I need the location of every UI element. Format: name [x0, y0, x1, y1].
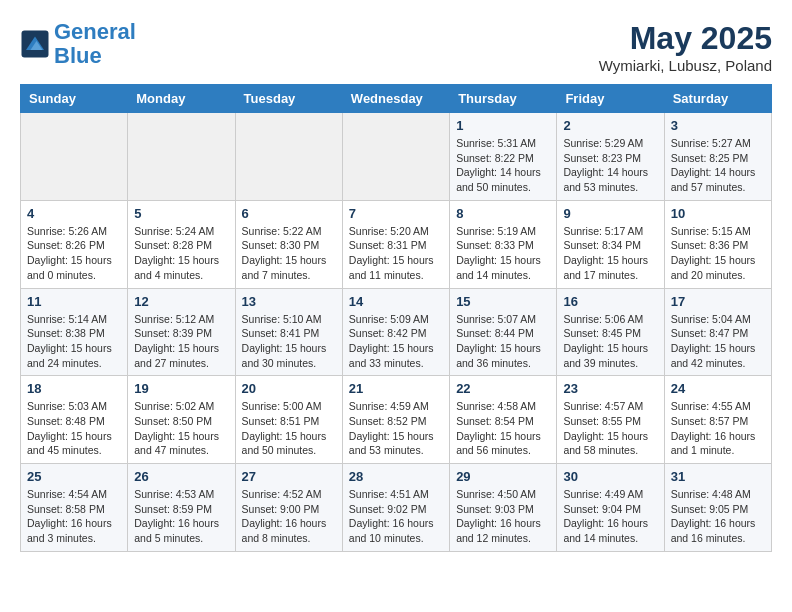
day-number: 9: [563, 206, 657, 221]
calendar-cell: 7Sunrise: 5:20 AM Sunset: 8:31 PM Daylig…: [342, 200, 449, 288]
calendar-cell: 4Sunrise: 5:26 AM Sunset: 8:26 PM Daylig…: [21, 200, 128, 288]
weekday-label: Monday: [128, 85, 235, 113]
day-number: 15: [456, 294, 550, 309]
calendar-cell: 21Sunrise: 4:59 AM Sunset: 8:52 PM Dayli…: [342, 376, 449, 464]
day-number: 29: [456, 469, 550, 484]
day-detail: Sunrise: 5:00 AM Sunset: 8:51 PM Dayligh…: [242, 399, 336, 458]
calendar-cell: 12Sunrise: 5:12 AM Sunset: 8:39 PM Dayli…: [128, 288, 235, 376]
day-detail: Sunrise: 5:26 AM Sunset: 8:26 PM Dayligh…: [27, 224, 121, 283]
day-number: 8: [456, 206, 550, 221]
logo-icon: [20, 29, 50, 59]
day-number: 14: [349, 294, 443, 309]
calendar-week-row: 25Sunrise: 4:54 AM Sunset: 8:58 PM Dayli…: [21, 464, 772, 552]
day-number: 19: [134, 381, 228, 396]
day-detail: Sunrise: 5:27 AM Sunset: 8:25 PM Dayligh…: [671, 136, 765, 195]
weekday-label: Saturday: [664, 85, 771, 113]
weekday-label: Sunday: [21, 85, 128, 113]
day-detail: Sunrise: 5:22 AM Sunset: 8:30 PM Dayligh…: [242, 224, 336, 283]
day-detail: Sunrise: 4:57 AM Sunset: 8:55 PM Dayligh…: [563, 399, 657, 458]
day-detail: Sunrise: 4:53 AM Sunset: 8:59 PM Dayligh…: [134, 487, 228, 546]
day-number: 10: [671, 206, 765, 221]
calendar-cell: 9Sunrise: 5:17 AM Sunset: 8:34 PM Daylig…: [557, 200, 664, 288]
day-detail: Sunrise: 5:10 AM Sunset: 8:41 PM Dayligh…: [242, 312, 336, 371]
day-number: 1: [456, 118, 550, 133]
day-detail: Sunrise: 5:17 AM Sunset: 8:34 PM Dayligh…: [563, 224, 657, 283]
calendar-cell: 15Sunrise: 5:07 AM Sunset: 8:44 PM Dayli…: [450, 288, 557, 376]
day-detail: Sunrise: 5:04 AM Sunset: 8:47 PM Dayligh…: [671, 312, 765, 371]
logo-text: General Blue: [54, 20, 136, 68]
day-number: 28: [349, 469, 443, 484]
day-number: 30: [563, 469, 657, 484]
calendar-cell: [21, 113, 128, 201]
day-detail: Sunrise: 4:51 AM Sunset: 9:02 PM Dayligh…: [349, 487, 443, 546]
calendar-cell: 8Sunrise: 5:19 AM Sunset: 8:33 PM Daylig…: [450, 200, 557, 288]
calendar-cell: 16Sunrise: 5:06 AM Sunset: 8:45 PM Dayli…: [557, 288, 664, 376]
day-detail: Sunrise: 4:49 AM Sunset: 9:04 PM Dayligh…: [563, 487, 657, 546]
day-number: 22: [456, 381, 550, 396]
day-number: 2: [563, 118, 657, 133]
calendar-cell: [342, 113, 449, 201]
calendar-cell: 27Sunrise: 4:52 AM Sunset: 9:00 PM Dayli…: [235, 464, 342, 552]
day-number: 7: [349, 206, 443, 221]
day-number: 27: [242, 469, 336, 484]
day-detail: Sunrise: 5:20 AM Sunset: 8:31 PM Dayligh…: [349, 224, 443, 283]
logo-line1: General: [54, 19, 136, 44]
calendar-cell: 19Sunrise: 5:02 AM Sunset: 8:50 PM Dayli…: [128, 376, 235, 464]
day-detail: Sunrise: 4:59 AM Sunset: 8:52 PM Dayligh…: [349, 399, 443, 458]
day-detail: Sunrise: 5:09 AM Sunset: 8:42 PM Dayligh…: [349, 312, 443, 371]
day-number: 26: [134, 469, 228, 484]
weekday-label: Thursday: [450, 85, 557, 113]
day-number: 31: [671, 469, 765, 484]
month-title: May 2025: [599, 20, 772, 57]
weekday-label: Wednesday: [342, 85, 449, 113]
logo: General Blue: [20, 20, 136, 68]
day-detail: Sunrise: 5:14 AM Sunset: 8:38 PM Dayligh…: [27, 312, 121, 371]
day-number: 3: [671, 118, 765, 133]
calendar-week-row: 4Sunrise: 5:26 AM Sunset: 8:26 PM Daylig…: [21, 200, 772, 288]
day-number: 11: [27, 294, 121, 309]
day-detail: Sunrise: 4:55 AM Sunset: 8:57 PM Dayligh…: [671, 399, 765, 458]
calendar-cell: 20Sunrise: 5:00 AM Sunset: 8:51 PM Dayli…: [235, 376, 342, 464]
day-number: 13: [242, 294, 336, 309]
calendar-cell: [128, 113, 235, 201]
calendar-cell: 22Sunrise: 4:58 AM Sunset: 8:54 PM Dayli…: [450, 376, 557, 464]
calendar-table: SundayMondayTuesdayWednesdayThursdayFrid…: [20, 84, 772, 552]
day-detail: Sunrise: 4:50 AM Sunset: 9:03 PM Dayligh…: [456, 487, 550, 546]
calendar-cell: 17Sunrise: 5:04 AM Sunset: 8:47 PM Dayli…: [664, 288, 771, 376]
day-detail: Sunrise: 5:03 AM Sunset: 8:48 PM Dayligh…: [27, 399, 121, 458]
calendar-cell: 24Sunrise: 4:55 AM Sunset: 8:57 PM Dayli…: [664, 376, 771, 464]
calendar-cell: [235, 113, 342, 201]
day-number: 6: [242, 206, 336, 221]
calendar-cell: 10Sunrise: 5:15 AM Sunset: 8:36 PM Dayli…: [664, 200, 771, 288]
day-detail: Sunrise: 5:24 AM Sunset: 8:28 PM Dayligh…: [134, 224, 228, 283]
calendar-cell: 25Sunrise: 4:54 AM Sunset: 8:58 PM Dayli…: [21, 464, 128, 552]
page-header: General Blue May 2025 Wymiarki, Lubusz, …: [20, 20, 772, 74]
calendar-cell: 28Sunrise: 4:51 AM Sunset: 9:02 PM Dayli…: [342, 464, 449, 552]
calendar-cell: 3Sunrise: 5:27 AM Sunset: 8:25 PM Daylig…: [664, 113, 771, 201]
day-number: 20: [242, 381, 336, 396]
day-number: 24: [671, 381, 765, 396]
day-detail: Sunrise: 5:19 AM Sunset: 8:33 PM Dayligh…: [456, 224, 550, 283]
day-detail: Sunrise: 5:15 AM Sunset: 8:36 PM Dayligh…: [671, 224, 765, 283]
day-number: 12: [134, 294, 228, 309]
calendar-cell: 23Sunrise: 4:57 AM Sunset: 8:55 PM Dayli…: [557, 376, 664, 464]
calendar-cell: 5Sunrise: 5:24 AM Sunset: 8:28 PM Daylig…: [128, 200, 235, 288]
day-detail: Sunrise: 4:58 AM Sunset: 8:54 PM Dayligh…: [456, 399, 550, 458]
day-detail: Sunrise: 5:07 AM Sunset: 8:44 PM Dayligh…: [456, 312, 550, 371]
day-number: 17: [671, 294, 765, 309]
day-detail: Sunrise: 5:06 AM Sunset: 8:45 PM Dayligh…: [563, 312, 657, 371]
day-detail: Sunrise: 4:54 AM Sunset: 8:58 PM Dayligh…: [27, 487, 121, 546]
location-subtitle: Wymiarki, Lubusz, Poland: [599, 57, 772, 74]
calendar-cell: 13Sunrise: 5:10 AM Sunset: 8:41 PM Dayli…: [235, 288, 342, 376]
day-number: 23: [563, 381, 657, 396]
weekday-header-row: SundayMondayTuesdayWednesdayThursdayFrid…: [21, 85, 772, 113]
title-block: May 2025 Wymiarki, Lubusz, Poland: [599, 20, 772, 74]
day-detail: Sunrise: 5:29 AM Sunset: 8:23 PM Dayligh…: [563, 136, 657, 195]
calendar-week-row: 18Sunrise: 5:03 AM Sunset: 8:48 PM Dayli…: [21, 376, 772, 464]
weekday-label: Tuesday: [235, 85, 342, 113]
day-number: 18: [27, 381, 121, 396]
day-detail: Sunrise: 4:52 AM Sunset: 9:00 PM Dayligh…: [242, 487, 336, 546]
calendar-cell: 6Sunrise: 5:22 AM Sunset: 8:30 PM Daylig…: [235, 200, 342, 288]
calendar-cell: 26Sunrise: 4:53 AM Sunset: 8:59 PM Dayli…: [128, 464, 235, 552]
calendar-cell: 31Sunrise: 4:48 AM Sunset: 9:05 PM Dayli…: [664, 464, 771, 552]
